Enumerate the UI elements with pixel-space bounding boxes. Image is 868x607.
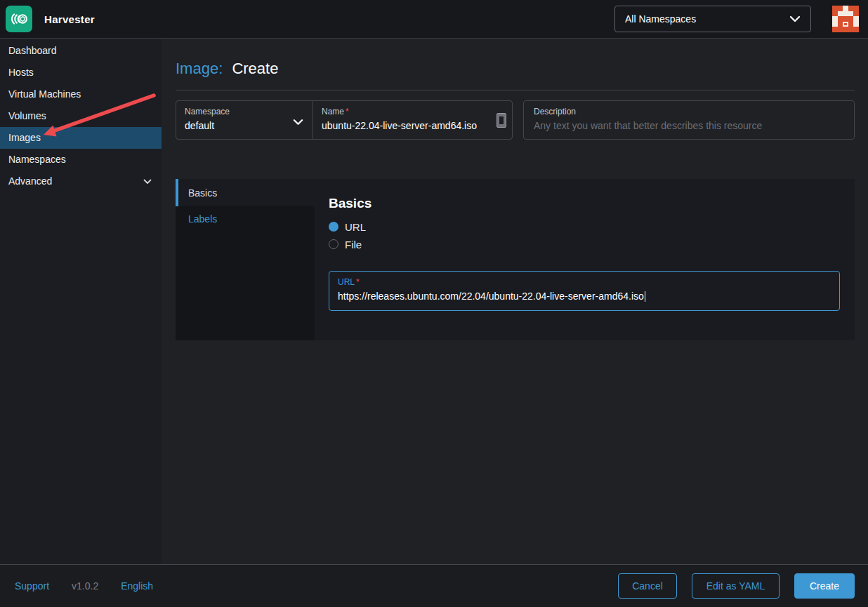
name-value: ubuntu-22.04-live-server-amd64.iso	[322, 120, 504, 131]
page-title: Image: Create	[176, 60, 855, 78]
basics-heading: Basics	[329, 196, 841, 211]
namespace-select[interactable]: Namespace default	[176, 101, 313, 139]
sidebar-item-namespaces[interactable]: Namespaces	[0, 149, 162, 171]
page-title-action: Create	[232, 60, 278, 77]
description-placeholder: Any text you want that better describes …	[534, 120, 844, 131]
name-field[interactable]: Name* ubuntu-22.04-live-server-amd64.iso	[313, 101, 512, 139]
namespace-label: Namespace	[185, 107, 304, 116]
url-input-field[interactable]: URL* https://releases.ubuntu.com/22.04/u…	[329, 271, 840, 311]
namespace-filter-dropdown[interactable]: All Namespaces	[614, 6, 811, 32]
action-buttons: Cancel Edit as YAML Create	[162, 565, 868, 607]
title-divider	[176, 90, 855, 91]
footer-links: Support v1.0.2 English	[0, 565, 162, 607]
harvester-logo-icon	[8, 8, 29, 29]
sidebar-item-advanced[interactable]: Advanced	[0, 171, 162, 192]
required-marker: *	[346, 107, 349, 116]
version-label: v1.0.2	[72, 580, 98, 592]
autofill-extension-icon[interactable]	[497, 113, 506, 128]
app-title: Harvester	[44, 13, 95, 25]
sidebar-nav: Dashboard Hosts Virtual Machines Volumes…	[0, 39, 162, 564]
create-button[interactable]: Create	[794, 573, 855, 599]
name-label: Name	[322, 107, 344, 116]
harvester-logo[interactable]	[6, 6, 32, 32]
namespace-name-group: Namespace default Name* ubuntu-22.04-liv…	[176, 100, 513, 140]
chevron-down-icon	[143, 179, 152, 185]
support-link[interactable]: Support	[15, 580, 49, 592]
chevron-down-icon	[789, 15, 801, 22]
edit-as-yaml-button[interactable]: Edit as YAML	[692, 573, 780, 599]
user-avatar-identicon[interactable]	[832, 6, 859, 32]
required-marker: *	[356, 277, 360, 287]
top-bar: Harvester All Namespaces	[0, 0, 868, 39]
url-label: URL	[338, 277, 355, 287]
detail-tabs-section: Basics Labels Basics URL File	[176, 179, 855, 340]
tab-labels[interactable]: Labels	[176, 206, 315, 232]
sidebar-item-volumes[interactable]: Volumes	[0, 105, 162, 127]
language-link[interactable]: English	[121, 580, 153, 592]
description-field[interactable]: Description Any text you want that bette…	[523, 100, 855, 140]
radio-selected-icon	[329, 222, 338, 232]
harvester-app: Harvester All Namespaces	[0, 0, 868, 607]
sidebar-item-hosts[interactable]: Hosts	[0, 62, 162, 84]
namespace-filter-value: All Namespaces	[625, 13, 696, 25]
chevron-down-icon	[293, 116, 303, 128]
sidebar-item-images[interactable]: Images	[0, 127, 162, 149]
radio-unselected-icon	[329, 239, 338, 249]
main-content: Image: Create Namespace default	[162, 39, 868, 564]
text-cursor	[645, 291, 645, 302]
source-radio-file[interactable]: File	[329, 238, 841, 251]
tab-basics[interactable]: Basics	[176, 179, 315, 206]
cancel-button[interactable]: Cancel	[618, 573, 677, 599]
description-label: Description	[534, 107, 844, 116]
page-title-resource: Image:	[176, 60, 223, 77]
sidebar-item-virtual-machines[interactable]: Virtual Machines	[0, 84, 162, 105]
identicon-icon	[832, 6, 859, 32]
basics-tab-panel: Basics URL File URL* https:/	[315, 179, 855, 340]
tab-list: Basics Labels	[176, 179, 315, 340]
source-radio-url[interactable]: URL	[329, 220, 841, 233]
url-value: https://releases.ubuntu.com/22.04/ubuntu…	[338, 291, 644, 302]
meta-form-row: Namespace default Name* ubuntu-22.04-liv…	[176, 100, 855, 140]
namespace-value: default	[185, 120, 304, 131]
sidebar-item-dashboard[interactable]: Dashboard	[0, 40, 162, 62]
footer-bar: Support v1.0.2 English Cancel Edit as YA…	[0, 564, 868, 607]
